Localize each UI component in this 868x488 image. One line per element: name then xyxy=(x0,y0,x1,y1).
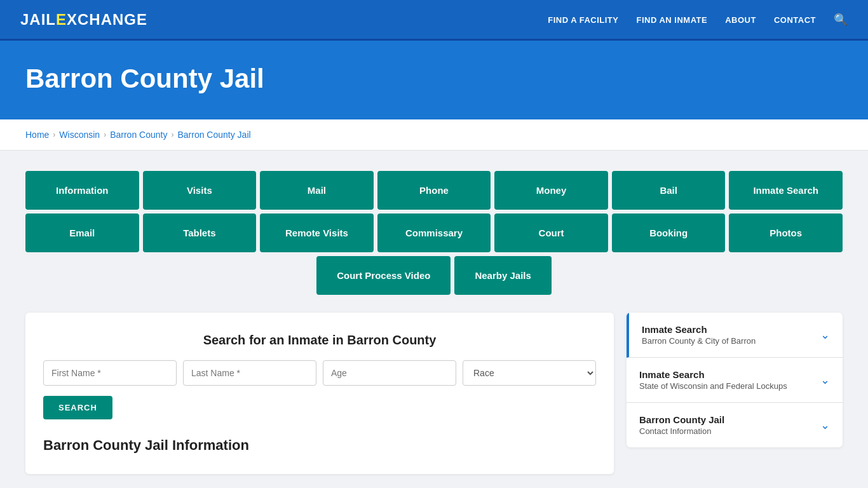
sidebar-item-title-0: Inmate Search xyxy=(642,324,756,335)
btn-bail[interactable]: Bail xyxy=(612,171,726,210)
last-name-input[interactable] xyxy=(183,360,316,386)
nav-about[interactable]: ABOUT xyxy=(725,15,756,25)
sidebar-item-title-2: Barron County Jail xyxy=(639,414,724,425)
nav-links: FIND A FACILITY FIND AN INMATE ABOUT CON… xyxy=(548,13,848,27)
breadcrumb-barron-county-jail[interactable]: Barron County Jail xyxy=(177,130,250,140)
btn-mail[interactable]: Mail xyxy=(260,171,374,210)
chevron-icon: › xyxy=(104,130,106,139)
breadcrumb-home[interactable]: Home xyxy=(25,130,49,140)
sidebar-item-0[interactable]: Inmate Search Barron County & City of Ba… xyxy=(627,313,843,358)
sidebar-item-title-1: Inmate Search xyxy=(639,369,787,380)
hero-section: Barron County Jail xyxy=(0,41,868,119)
btn-commissary[interactable]: Commissary xyxy=(377,214,491,252)
sidebar-item-text-0: Inmate Search Barron County & City of Ba… xyxy=(642,324,756,346)
chevron-icon: › xyxy=(171,130,173,139)
chevron-down-icon: ⌄ xyxy=(820,373,830,387)
race-select[interactable]: Race xyxy=(463,360,596,386)
btn-visits[interactable]: Visits xyxy=(143,171,257,210)
btn-tablets[interactable]: Tablets xyxy=(143,214,257,252)
btn-inmate-search[interactable]: Inmate Search xyxy=(729,171,843,210)
sidebar-item-subtitle-0: Barron County & City of Barron xyxy=(642,336,756,346)
sidebar-item-2[interactable]: Barron County Jail Contact Information ⌄ xyxy=(627,403,843,447)
breadcrumb-barron-county[interactable]: Barron County xyxy=(110,130,167,140)
btn-booking[interactable]: Booking xyxy=(612,214,726,252)
site-logo[interactable]: JAILEXCHANGE xyxy=(20,11,147,29)
sidebar-item-subtitle-2: Contact Information xyxy=(639,426,724,436)
btn-information[interactable]: Information xyxy=(25,171,139,210)
btn-nearby-jails[interactable]: Nearby Jails xyxy=(454,256,551,295)
search-button[interactable]: SEARCH xyxy=(43,396,112,419)
sidebar-item-text-1: Inmate Search State of Wisconsin and Fed… xyxy=(639,369,787,391)
jail-info-heading: Barron County Jail Information xyxy=(43,437,596,454)
nav-contact[interactable]: CONTACT xyxy=(774,15,816,25)
button-grid-row3: Court Process Video Nearby Jails xyxy=(25,256,843,295)
page-title: Barron County Jail xyxy=(25,64,843,94)
lower-section: Search for an Inmate in Barron County Ra… xyxy=(25,313,843,474)
logo-xchange: XCHANGE xyxy=(67,11,147,28)
btn-money[interactable]: Money xyxy=(494,171,608,210)
breadcrumb-wisconsin[interactable]: Wisconsin xyxy=(59,130,100,140)
nav-find-inmate[interactable]: FIND AN INMATE xyxy=(636,15,707,25)
btn-remote-visits[interactable]: Remote Visits xyxy=(260,214,374,252)
button-grid-row2: Email Tablets Remote Visits Commissary C… xyxy=(25,214,843,252)
chevron-down-icon: ⌄ xyxy=(820,418,830,432)
search-form-title: Search for an Inmate in Barron County xyxy=(43,333,596,348)
nav-find-facility[interactable]: FIND A FACILITY xyxy=(548,15,618,25)
btn-photos[interactable]: Photos xyxy=(729,214,843,252)
search-fields: Race xyxy=(43,360,596,386)
search-icon[interactable]: 🔍 xyxy=(834,13,848,26)
age-input[interactable] xyxy=(323,360,456,386)
btn-email[interactable]: Email xyxy=(25,214,139,252)
sidebar-panel: Inmate Search Barron County & City of Ba… xyxy=(627,313,843,447)
chevron-down-icon: ⌄ xyxy=(820,328,830,342)
logo-jail: JAIL xyxy=(20,11,56,28)
sidebar-item-text-2: Barron County Jail Contact Information xyxy=(639,414,724,436)
btn-phone[interactable]: Phone xyxy=(377,171,491,210)
sidebar-item-subtitle-1: State of Wisconsin and Federal Lockups xyxy=(639,381,787,391)
btn-court[interactable]: Court xyxy=(494,214,608,252)
page-body: Information Visits Mail Phone Money Bail… xyxy=(0,151,868,488)
breadcrumb: Home › Wisconsin › Barron County › Barro… xyxy=(0,119,868,151)
button-grid-row1: Information Visits Mail Phone Money Bail… xyxy=(25,171,843,210)
btn-court-process-video[interactable]: Court Process Video xyxy=(316,256,451,295)
navbar: JAILEXCHANGE FIND A FACILITY FIND AN INM… xyxy=(0,0,868,41)
inmate-search-box: Search for an Inmate in Barron County Ra… xyxy=(25,313,614,474)
sidebar-item-1[interactable]: Inmate Search State of Wisconsin and Fed… xyxy=(627,358,843,403)
chevron-icon: › xyxy=(53,130,55,139)
logo-x: E xyxy=(56,11,67,28)
first-name-input[interactable] xyxy=(43,360,177,386)
